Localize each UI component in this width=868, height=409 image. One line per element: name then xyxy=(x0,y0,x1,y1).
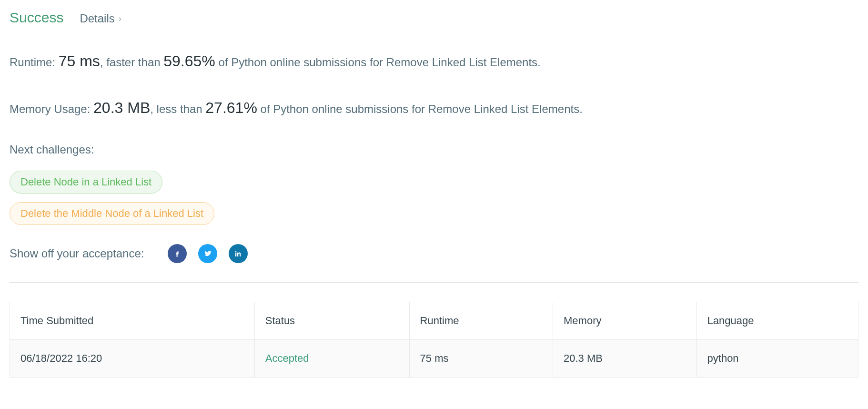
share-icons xyxy=(168,244,248,263)
twitter-icon[interactable] xyxy=(198,244,217,263)
memory-tail: of Python online submissions for Remove … xyxy=(257,102,583,115)
challenge-pill-medium[interactable]: Delete the Middle Node of a Linked List xyxy=(10,202,214,225)
table-row: 06/18/2022 16:20 Accepted 75 ms 20.3 MB … xyxy=(10,340,858,378)
col-runtime: Runtime xyxy=(409,302,553,340)
details-label: Details xyxy=(80,12,114,25)
runtime-label: Runtime: xyxy=(10,56,59,69)
col-language: Language xyxy=(696,302,858,340)
col-time-submitted: Time Submitted xyxy=(10,302,255,340)
submissions-table: Time Submitted Status Runtime Memory Lan… xyxy=(10,302,858,378)
cell-time: 06/18/2022 16:20 xyxy=(10,340,255,378)
chevron-right-icon: › xyxy=(119,14,121,24)
cell-language: python xyxy=(696,340,858,378)
runtime-faster-than: , faster than xyxy=(100,56,163,69)
cell-status: Accepted xyxy=(254,340,409,378)
col-memory: Memory xyxy=(553,302,697,340)
table-header-row: Time Submitted Status Runtime Memory Lan… xyxy=(10,302,858,340)
memory-less-than: , less than xyxy=(150,102,205,115)
share-row: Show off your acceptance: xyxy=(10,244,858,263)
challenge-pill-easy[interactable]: Delete Node in a Linked List xyxy=(10,171,162,194)
runtime-percent: 59.65% xyxy=(163,52,215,70)
linkedin-icon[interactable] xyxy=(229,244,248,263)
cell-memory: 20.3 MB xyxy=(553,340,697,378)
col-status: Status xyxy=(254,302,409,340)
share-label: Show off your acceptance: xyxy=(10,247,144,260)
result-header: Success Details › xyxy=(10,10,858,26)
memory-percent: 27.61% xyxy=(205,99,257,116)
status-accepted-link[interactable]: Accepted xyxy=(265,352,309,364)
next-challenges-label: Next challenges: xyxy=(10,143,858,156)
memory-label: Memory Usage: xyxy=(10,102,93,115)
details-link[interactable]: Details › xyxy=(80,12,121,25)
cell-runtime: 75 ms xyxy=(409,340,553,378)
divider xyxy=(10,282,858,283)
facebook-icon[interactable] xyxy=(168,244,187,263)
runtime-value: 75 ms xyxy=(59,52,100,70)
success-status: Success xyxy=(10,10,63,26)
runtime-line: Runtime: 75 ms, faster than 59.65% of Py… xyxy=(10,50,858,72)
runtime-tail: of Python online submissions for Remove … xyxy=(215,56,541,69)
memory-value: 20.3 MB xyxy=(93,99,150,116)
challenge-pills: Delete Node in a Linked List Delete the … xyxy=(10,171,858,225)
memory-line: Memory Usage: 20.3 MB, less than 27.61% … xyxy=(10,96,858,119)
